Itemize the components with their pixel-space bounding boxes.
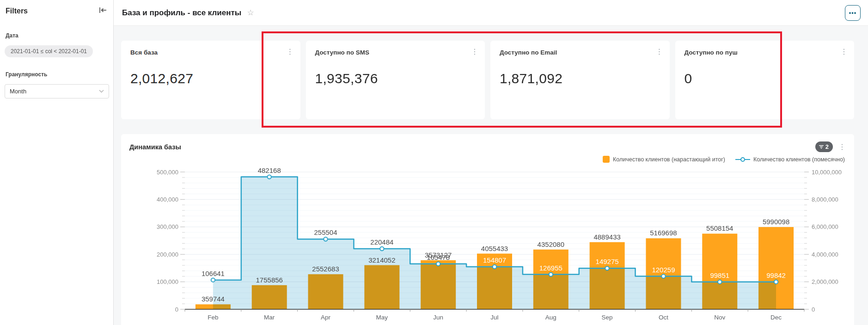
more-actions-button[interactable]: ••• bbox=[845, 5, 861, 21]
line-point-Aug[interactable] bbox=[549, 272, 553, 276]
date-filter-label: Дата bbox=[6, 32, 109, 39]
kpi-label: Доступно по Email bbox=[500, 49, 660, 56]
granularity-select[interactable]: Month bbox=[5, 84, 109, 98]
bar-value-label: 4352080 bbox=[538, 240, 564, 248]
legend-item-cumulative[interactable]: Количество клиентов (нарастающий итог) bbox=[603, 156, 725, 163]
bar-value-label: 4889433 bbox=[593, 233, 620, 241]
chevron-down-icon bbox=[99, 90, 104, 93]
left-axis-tick-label: 0 bbox=[175, 306, 178, 313]
kpi-value: 1,871,092 bbox=[500, 71, 660, 86]
line-value-label: 120259 bbox=[652, 266, 675, 274]
combo-chart: 500,00010,000,000400,0008,000,000300,000… bbox=[129, 164, 862, 325]
line-point-Apr[interactable] bbox=[324, 237, 327, 241]
kebab-menu-icon[interactable]: ⋮ bbox=[656, 48, 663, 55]
granularity-value: Month bbox=[10, 88, 26, 95]
dashboard-body: Вся база ⋮ 2,012,627 Доступно по SMS ⋮ 1… bbox=[114, 26, 868, 325]
x-axis-label: Jul bbox=[490, 314, 498, 321]
granularity-label: Гранулярность bbox=[6, 71, 109, 78]
right-axis-tick-label: 6,000,000 bbox=[812, 223, 838, 230]
kebab-menu-icon[interactable]: ⋮ bbox=[840, 48, 848, 55]
kpi-label: Вся база bbox=[130, 49, 291, 56]
filters-title: Filters bbox=[5, 7, 28, 15]
bar-value-label: 4055433 bbox=[481, 245, 508, 252]
x-axis-label: Jun bbox=[433, 314, 443, 321]
bar-value-label: 5169698 bbox=[650, 229, 677, 237]
kebab-menu-icon[interactable]: ⋮ bbox=[287, 48, 294, 55]
ellipsis-icon: ••• bbox=[849, 11, 857, 15]
dashboard-app: Filters Дата 2021-01-01 ≤ col < 2022-01-… bbox=[0, 0, 868, 325]
topbar: База и профиль - все клиенты ☆ ••• bbox=[114, 0, 868, 26]
filters-sidebar: Filters Дата 2021-01-01 ≤ col < 2022-01-… bbox=[0, 0, 114, 325]
chart-legend: Количество клиентов (нарастающий итог) К… bbox=[129, 156, 846, 163]
kpi-row: Вся база ⋮ 2,012,627 Доступно по SMS ⋮ 1… bbox=[121, 41, 854, 119]
chart-panel: Динамика базы 2 ⋮ bbox=[121, 134, 854, 325]
line-point-Jul[interactable] bbox=[493, 265, 496, 269]
x-axis: FebMarAprMayJunJulAugSepOctNovDec bbox=[185, 309, 804, 321]
favorite-star-icon[interactable]: ☆ bbox=[247, 8, 254, 18]
left-axis-tick-label: 100,000 bbox=[157, 278, 178, 285]
x-axis-label: Aug bbox=[545, 314, 556, 321]
line-value-label: 165478 bbox=[427, 253, 450, 261]
main-area: База и профиль - все клиенты ☆ ••• Вся б… bbox=[114, 0, 868, 325]
left-axis-tick-label: 200,000 bbox=[157, 251, 178, 258]
line-value-label: 106641 bbox=[202, 270, 225, 277]
kpi-card-push: Доступно по пуш ⋮ 0 bbox=[675, 41, 855, 119]
kpi-card-email: Доступно по Email ⋮ 1,871,092 bbox=[490, 41, 670, 119]
x-axis-label: Dec bbox=[770, 314, 782, 321]
right-axis-tick-label: 4,000,000 bbox=[812, 251, 838, 258]
line-point-Sep[interactable] bbox=[605, 266, 609, 270]
x-axis-label: Nov bbox=[714, 314, 725, 321]
page-title: База и профиль - все клиенты bbox=[122, 8, 241, 18]
legend-label: Количество клиентов (нарастающий итог) bbox=[613, 156, 725, 163]
kebab-menu-icon[interactable]: ⋮ bbox=[471, 48, 478, 55]
line-point-Mar[interactable] bbox=[268, 175, 271, 178]
sidebar-collapse-icon[interactable] bbox=[98, 6, 109, 17]
kpi-card-total-base: Вся база ⋮ 2,012,627 bbox=[121, 41, 300, 119]
line-point-Feb[interactable] bbox=[211, 278, 215, 282]
left-axis-tick-label: 400,000 bbox=[157, 196, 178, 203]
line-point-May[interactable] bbox=[380, 247, 384, 251]
kpi-label: Доступно по пуш bbox=[685, 49, 845, 56]
kpi-label: Доступно по SMS bbox=[315, 49, 476, 56]
line-point-Dec[interactable] bbox=[774, 280, 778, 283]
kpi-value: 2,012,627 bbox=[130, 71, 291, 86]
x-axis-label: Oct bbox=[659, 314, 668, 321]
kpi-card-sms: Доступно по SMS ⋮ 1,935,376 bbox=[306, 41, 485, 119]
line-point-Oct[interactable] bbox=[661, 274, 665, 278]
bar-value-label: 5990098 bbox=[763, 218, 789, 226]
line-value-label: 99851 bbox=[710, 271, 729, 279]
right-axis-tick-label: 2,000,000 bbox=[812, 278, 838, 285]
left-axis-tick-label: 300,000 bbox=[157, 223, 178, 230]
chart-title: Динамика базы bbox=[129, 143, 181, 151]
line-point-Nov[interactable] bbox=[718, 280, 721, 283]
line-value-label: 154807 bbox=[483, 256, 506, 264]
chart-kebab-menu-icon[interactable]: ⋮ bbox=[838, 143, 846, 151]
line-value-label: 220484 bbox=[370, 238, 393, 246]
bar-value-label: 2552683 bbox=[312, 265, 339, 273]
filter-badge-count: 2 bbox=[825, 143, 829, 150]
line-value-label: 99842 bbox=[766, 271, 786, 279]
filter-funnel-icon bbox=[819, 144, 824, 149]
line-value-label: 482168 bbox=[258, 166, 281, 174]
chart-filter-badge[interactable]: 2 bbox=[815, 141, 833, 152]
line-value-label: 126955 bbox=[539, 264, 562, 272]
bar-value-label: 359744 bbox=[202, 295, 225, 303]
line-point-Jun[interactable] bbox=[436, 262, 440, 266]
bar-value-label: 1755856 bbox=[256, 276, 283, 284]
line-value-label: 255504 bbox=[314, 228, 337, 236]
bar-value-label: 3214052 bbox=[368, 256, 395, 264]
x-axis-label: May bbox=[376, 314, 388, 321]
legend-bar-swatch bbox=[603, 156, 610, 163]
bar-value-label: 5508154 bbox=[706, 224, 733, 232]
line-value-label: 149275 bbox=[596, 258, 619, 265]
right-axis-tick-label: 10,000,000 bbox=[812, 169, 842, 176]
x-axis-label: Sep bbox=[602, 314, 613, 321]
x-axis-label: Mar bbox=[264, 314, 275, 321]
kpi-value: 0 bbox=[685, 71, 845, 86]
left-axis-tick-label: 500,000 bbox=[157, 169, 178, 176]
date-filter-chip[interactable]: 2021-01-01 ≤ col < 2022-01-01 bbox=[5, 45, 93, 57]
right-axis-tick-label: 8,000,000 bbox=[812, 196, 838, 203]
kpi-value: 1,935,376 bbox=[315, 71, 476, 86]
legend-item-monthly[interactable]: Количество клиентов (помесячно) bbox=[735, 156, 845, 163]
legend-line-swatch bbox=[735, 157, 750, 162]
